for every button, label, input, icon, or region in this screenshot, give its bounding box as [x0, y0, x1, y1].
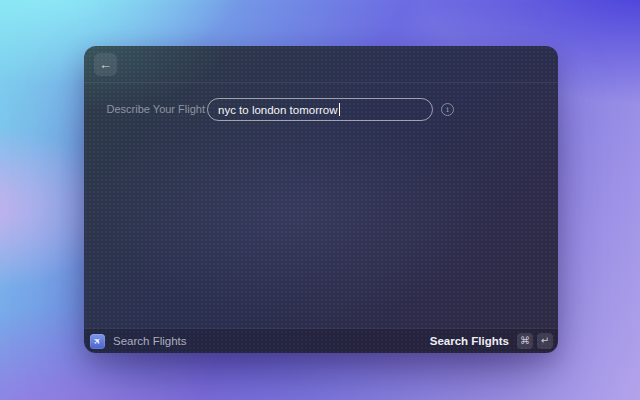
input-value: nyc to london tomorrow	[218, 104, 338, 116]
desktop-background: ← Describe Your Flight nyc to london tom…	[0, 0, 640, 400]
action-bar-left: ✈ Search Flights	[90, 334, 187, 349]
text-caret	[339, 103, 340, 116]
primary-action-button[interactable]: Search Flights ⌘ ↵	[430, 333, 553, 349]
back-arrow-icon: ←	[99, 58, 112, 71]
primary-action-label: Search Flights	[430, 335, 509, 347]
app-window: ← Describe Your Flight nyc to london tom…	[84, 46, 558, 353]
window-header: ←	[84, 46, 558, 83]
form-row: Describe Your Flight nyc to london tomor…	[84, 98, 558, 121]
flight-description-input[interactable]: nyc to london tomorrow	[207, 98, 433, 121]
command-title: Search Flights	[113, 335, 187, 347]
cmd-key-icon: ⌘	[517, 333, 533, 349]
info-glyph: i	[446, 106, 449, 114]
action-bar: ✈ Search Flights Search Flights ⌘ ↵	[84, 328, 558, 353]
airplane-icon: ✈	[92, 335, 104, 347]
info-icon[interactable]: i	[441, 103, 454, 116]
back-button[interactable]: ←	[94, 53, 117, 76]
app-icon-badge: ✈	[90, 334, 105, 349]
return-key-icon: ↵	[537, 333, 553, 349]
field-label: Describe Your Flight	[100, 98, 205, 121]
